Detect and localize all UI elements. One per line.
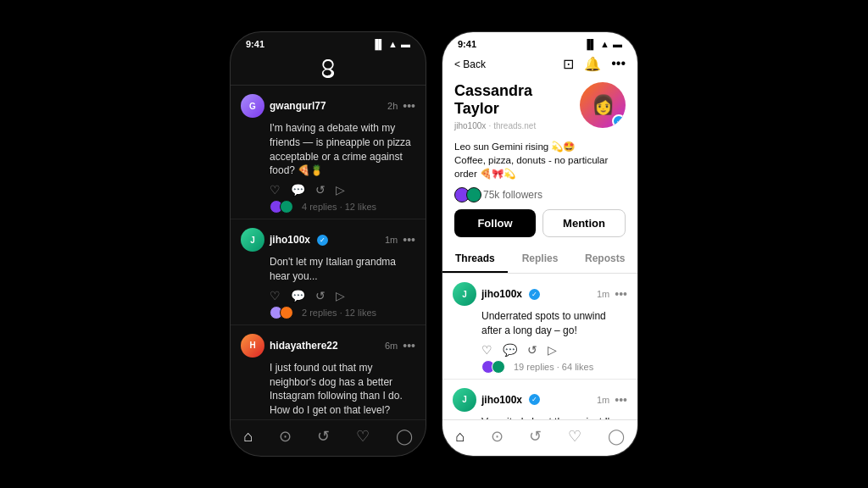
share-icon-p1[interactable]: ▷	[336, 183, 345, 197]
share-icon-pp1[interactable]: ▷	[548, 343, 557, 357]
post-3-meta: 6m •••	[385, 339, 415, 352]
post-2: J jiho100x ✓ 1m ••• Don't let my Italian…	[231, 219, 426, 325]
post-1: G gwangurl77 2h ••• I'm having a debate …	[231, 86, 426, 219]
profile-actions: Follow Mention	[442, 209, 637, 246]
follower-avatar-2	[466, 187, 481, 202]
signal-icon-profile: ▐▌	[584, 39, 598, 49]
profile-post-1: J jiho100x ✓ 1m ••• Underrated spots to …	[442, 274, 637, 380]
profile-post-2-user-info: J jiho100x ✓	[453, 388, 540, 412]
profile-phone: 9:41 ▐▌ ▲ ▬ < Back ⊡ 🔔 ••• Cassandra Tay…	[442, 32, 637, 456]
post-1-actions: ♡ 💬 ↺ ▷	[270, 183, 415, 197]
bottom-nav-profile: ⌂ ⊙ ↺ ♡ ◯	[442, 419, 637, 456]
nav-home-profile[interactable]: ⌂	[455, 428, 465, 446]
nav-create-profile[interactable]: ↺	[529, 427, 542, 446]
reply-avatar-4	[280, 306, 293, 319]
repost-icon-pp1[interactable]: ↺	[527, 343, 537, 357]
like-icon-p1[interactable]: ♡	[270, 183, 281, 197]
profile-info-section: Cassandra Taylor jiho100x · threads.net …	[442, 75, 637, 140]
post-2-stats: 2 replies · 12 likes	[270, 306, 415, 319]
post-2-user-info: J jiho100x ✓	[241, 228, 328, 252]
avatar-hidayathere22: H	[241, 334, 264, 358]
profile-post-1-text: Underrated spots to unwind after a long …	[481, 309, 627, 338]
username-jiho100x-profile-2: jiho100x	[481, 394, 522, 406]
post-2-meta: 1m •••	[385, 233, 415, 247]
profile-post-2: J jiho100x ✓ 1m ••• V excited about the …	[442, 380, 637, 419]
tab-reposts[interactable]: Reposts	[572, 246, 637, 273]
nav-create-feed[interactable]: ↺	[317, 427, 330, 446]
post-2-reply-avatars	[270, 306, 290, 319]
notification-icon[interactable]: 🔔	[584, 56, 601, 72]
avatar-jiho100x-profile-2: J	[453, 388, 476, 412]
profile-post-1-reply-avatars	[481, 360, 502, 374]
nav-profile-feed[interactable]: ◯	[396, 427, 413, 446]
post-1-meta: 2h •••	[387, 99, 415, 113]
feed: G gwangurl77 2h ••• I'm having a debate …	[231, 86, 426, 419]
post-1-user-info: G gwangurl77	[241, 94, 326, 118]
reply-avatar-2	[280, 200, 293, 214]
username-jiho100x-profile-1: jiho100x	[481, 288, 522, 300]
nav-search-feed[interactable]: ⊙	[279, 427, 292, 446]
mention-button[interactable]: Mention	[542, 209, 626, 237]
nav-activity-profile[interactable]: ♡	[568, 427, 581, 446]
post-1-text: I'm having a debate with my friends — is…	[270, 121, 415, 178]
repost-icon-p2[interactable]: ↺	[315, 289, 326, 302]
share-icon-p2[interactable]: ▷	[336, 289, 345, 302]
profile-post-2-header: J jiho100x ✓ 1m •••	[453, 388, 627, 412]
avatar-jiho100x-feed: J	[241, 228, 264, 252]
threads-logo	[318, 58, 338, 78]
nav-profile-profile[interactable]: ◯	[608, 427, 625, 446]
back-button[interactable]: < Back	[454, 58, 486, 70]
like-icon-pp1[interactable]: ♡	[481, 343, 492, 357]
comment-icon-p2[interactable]: 💬	[291, 289, 305, 302]
profile-post-2-meta: 1m •••	[597, 393, 627, 407]
battery-icon-profile: ▬	[613, 39, 622, 49]
more-options-icon[interactable]: •••	[611, 56, 626, 72]
nav-activity-feed[interactable]: ♡	[356, 427, 370, 446]
post-1-more[interactable]: •••	[403, 99, 415, 113]
post-3-text: I just found out that my neighbor's dog …	[270, 361, 415, 418]
app-header-feed	[231, 53, 426, 86]
username-hidayathere22: hidayathere22	[270, 340, 338, 352]
post-3-more[interactable]: •••	[403, 339, 415, 352]
profile-header-icons: ⊡ 🔔 •••	[563, 56, 626, 72]
verified-badge-jiho-profile-2: ✓	[529, 394, 540, 405]
profile-post-1-more[interactable]: •••	[615, 287, 627, 301]
profile-nav-bar: < Back ⊡ 🔔 •••	[442, 53, 637, 75]
profile-bio: Leo sun Gemini rising 💫🤩 Coffee, pizza, …	[442, 140, 637, 184]
tab-threads[interactable]: Threads	[442, 246, 508, 273]
instagram-icon[interactable]: ⊡	[563, 56, 574, 72]
profile-post-1-user-info: J jiho100x ✓	[453, 282, 540, 306]
post-3-user-info: H hidayathere22	[241, 334, 338, 358]
nav-search-profile[interactable]: ⊙	[491, 427, 504, 446]
username-jiho100x-feed: jiho100x	[270, 234, 310, 246]
post-1-stats-text: 4 replies · 12 likes	[302, 202, 376, 212]
followers-count: 75k followers	[483, 189, 542, 201]
username-gwangurl77: gwangurl77	[270, 100, 326, 112]
status-bar-profile: 9:41 ▐▌ ▲ ▬	[442, 32, 637, 53]
post-2-time: 1m	[385, 235, 398, 245]
battery-icon: ▬	[401, 39, 410, 49]
profile-text-info: Cassandra Taylor jiho100x · threads.net	[454, 82, 580, 135]
comment-icon-pp1[interactable]: 💬	[503, 343, 517, 357]
post-2-stats-text: 2 replies · 12 likes	[302, 308, 376, 318]
profile-post-1-time: 1m	[597, 289, 609, 299]
like-icon-p2[interactable]: ♡	[270, 289, 281, 302]
followers-row: 75k followers	[442, 184, 637, 209]
profile-post-1-stats-text: 19 replies · 64 likes	[514, 362, 593, 372]
profile-post-1-stats: 19 replies · 64 likes	[481, 360, 627, 374]
profile-post-2-more[interactable]: •••	[615, 393, 627, 407]
profile-post-2-time: 1m	[597, 395, 609, 405]
tab-replies[interactable]: Replies	[508, 246, 573, 273]
follow-button[interactable]: Follow	[454, 209, 536, 237]
profile-feed: J jiho100x ✓ 1m ••• Underrated spots to …	[442, 274, 637, 419]
verified-badge-jiho-profile-1: ✓	[529, 289, 540, 300]
nav-home-feed[interactable]: ⌂	[243, 428, 253, 446]
post-2-more[interactable]: •••	[403, 233, 415, 247]
post-3-time: 6m	[385, 341, 398, 351]
post-3: H hidayathere22 6m ••• I just found out …	[231, 325, 426, 419]
profile-post-1-meta: 1m •••	[597, 287, 627, 301]
repost-icon-p1[interactable]: ↺	[315, 183, 326, 197]
status-time-profile: 9:41	[458, 39, 476, 49]
profile-handle: jiho100x · threads.net	[454, 119, 580, 131]
comment-icon-p1[interactable]: 💬	[291, 183, 305, 197]
